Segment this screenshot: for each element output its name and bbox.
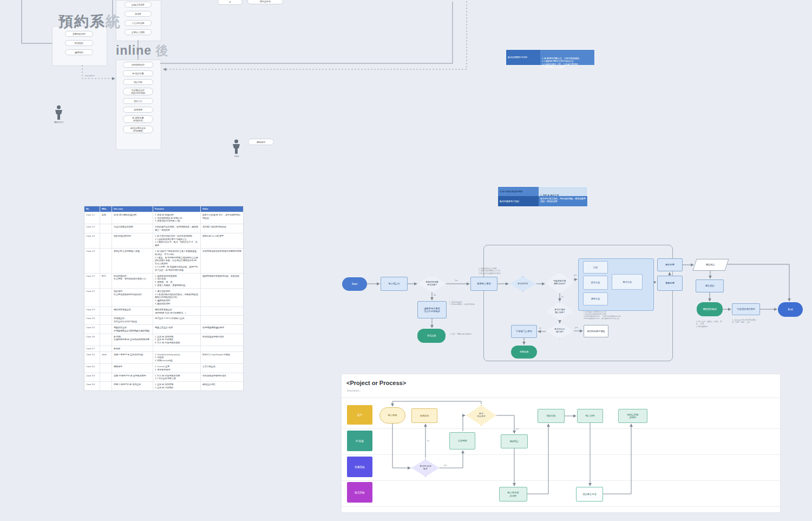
- cell-no: Case 2.2: [84, 289, 100, 307]
- usecase-pill[interactable]: 訂餐送入房間: [125, 29, 152, 35]
- swim-payment[interactable]: 預約付款: [538, 409, 565, 423]
- edge-label-yes: yes: [516, 428, 519, 430]
- top-pill-small[interactable]: 改: [218, 0, 243, 5]
- lane-label-customer[interactable]: 客戶: [347, 405, 372, 425]
- cell-value: 顧客不需到場 AI 幫忙，查首頁後即時詢問訊息。: [200, 212, 243, 224]
- flow-send-sms[interactable]: 傳送簡訊: [695, 259, 726, 270]
- cell-function: 優惠需求設計·檢群: [153, 325, 200, 334]
- usecase-pill[interactable]: 選擇房費: [123, 107, 153, 113]
- sticky-note-dialog-flow[interactable]: 飯店詢問開放式流程 1. AI 會優先判斷公告、大型活動關鍵訊1.1 讓顧客不斷…: [506, 50, 594, 65]
- swim-reservation-complete[interactable]: 預約建立完成: [576, 487, 603, 502]
- lane-label-hotel-system[interactable]: 飯店系統: [347, 482, 372, 503]
- swim-decision-db-match[interactable]: 是否符合DB 條件: [411, 459, 440, 477]
- swim-enter-basic-data[interactable]: 輸入基本預 約資料: [499, 487, 527, 502]
- flow-customer-input-needs[interactable]: 顧客輸入需求: [470, 277, 497, 291]
- cell-value: 確保設計彈性: [200, 382, 243, 390]
- swim-decision-match[interactable]: 是否 符合需求: [466, 405, 496, 426]
- cell-no: Case 3.3: [84, 373, 100, 382]
- counter-management-pill[interactable]: 櫃檯管理: [248, 139, 274, 145]
- flow-enter-booking-page[interactable]: 進入預訂頁: [381, 277, 408, 291]
- flow-start-node[interactable]: Start: [342, 277, 367, 291]
- cell-usecase: 申請以喜愛設定房型: [112, 224, 153, 233]
- flow-panel-announcement[interactable]: 公告: [583, 261, 608, 273]
- cell-who: 顧客: [100, 212, 112, 224]
- flow-decision-room-quantity[interactable]: 判斷房型可賣 量是否足夠?: [546, 272, 574, 294]
- swim-select-room[interactable]: 選擇房型: [411, 408, 437, 423]
- person-icon: [54, 105, 63, 120]
- flow-decision-inventory[interactable]: 是否有庫存: [509, 276, 536, 291]
- swim-announce-time[interactable]: 公告時間: [449, 432, 475, 450]
- usecase-pill[interactable]: 入住須知清單: [125, 20, 152, 26]
- swimlane-title: <Project or Process>: [346, 380, 406, 386]
- cell-who: [100, 307, 112, 316]
- lane-label-ai-agent[interactable]: AI 客服: [347, 431, 372, 451]
- cell-value: 企業控制請求: [200, 364, 243, 373]
- usecase-pill[interactable]: 編輯預約: [65, 49, 93, 55]
- usecase-pill[interactable]: 設備需求清單: [125, 2, 152, 8]
- flow-decision-requirement-clear[interactable]: 房型使用需圖 是否匹配?: [418, 275, 446, 292]
- lane-label-recommend-system[interactable]: 推薦系統: [347, 457, 372, 477]
- flow-panel-reconfirm[interactable]: 再次公告: [612, 274, 643, 290]
- usecase-pill[interactable]: 預訂失敗: [123, 79, 153, 85]
- swim-input-time[interactable]: 輸入時間: [379, 407, 405, 424]
- flow-final-reply[interactable]: 帳末回覆: [657, 258, 683, 271]
- cell-usecase: 調整 9 個用戶的 AI 系統設定: [112, 382, 153, 390]
- swimlane-description: Description...: [347, 389, 361, 392]
- note2-r1-title: 在 AI 尚無法辨識的問題: [498, 187, 539, 196]
- flow-guide-order-notify[interactable]: 引導後下訂通知: [511, 325, 537, 338]
- sticky-note-ai-questions[interactable]: 在 AI 尚無法辨識的問題 1. 房帳 AI 會幫忙跟2. 限清除應聯絡手法培訓…: [498, 187, 587, 206]
- usecase-pill[interactable]: 取消預約: [65, 40, 93, 46]
- cell-usecase: AI相關: [112, 346, 153, 351]
- table-row: Case 1.4 進階訂單需求回覆真人客服 1. AI 沒辦法了解顧客內容需真人…: [84, 248, 243, 273]
- person-icon: [232, 139, 241, 154]
- flow-panel-room-status[interactable]: 房況公告: [583, 276, 608, 290]
- table-row: Case 1.2 申請以喜愛設定房型 依喜好條件設定房型，使用期間選房，確認後建…: [84, 224, 243, 233]
- cell-usecase: 預約前後詢問流程: [112, 233, 153, 248]
- cell-usecase: 權限管理: [112, 364, 153, 373]
- usecase-pill-list-3: 檢視房型內容AI 預訂推薦預訂失敗外語翻譯設定 (預約流程相關)查詢入住選擇房費…: [118, 62, 158, 133]
- usecase-table[interactable]: No Who Use case Function Value Case 1.1 …: [84, 206, 244, 391]
- annotation-line: 2. 輸出確認pm: [696, 325, 730, 328]
- cell-no: Case 2.7: [84, 346, 100, 351]
- cell-no: Case 1.1: [84, 212, 100, 224]
- cell-usecase: 館內常態內容。 依需要量、管理與顧客的房連入住: [112, 273, 153, 288]
- whiteboard-canvas[interactable]: 預約系統 inline 後 查看預約內容取消預約編輯預約 設備需求清單查菜單入住…: [0, 0, 812, 521]
- flow-panel-system[interactable]: 系統公告: [583, 292, 608, 305]
- flow-decision-guide-booking[interactable]: 是否可以引 導訂房?: [546, 323, 574, 339]
- flow-send-confirmation[interactable]: 傳送預約確認: [697, 302, 723, 316]
- usecase-pill[interactable]: 查菜單: [125, 11, 152, 17]
- flow-prompt-more-info[interactable]: 請顧客補充需求 資訊不足再確認: [417, 301, 447, 318]
- flow-attach-image[interactable]: 提問時補圖片傳送: [584, 325, 608, 337]
- swim-confirm-booking[interactable]: 確認預訂: [501, 434, 528, 448]
- flow-process-end[interactable]: 流程結束: [511, 346, 537, 359]
- usecase-pill[interactable]: AI 房型推薦 (回答常見): [123, 115, 153, 123]
- flow-success-notification[interactable]: 寄送預約成功通知: [732, 303, 760, 315]
- usecase-pill[interactable]: AI對話優先設定 (防呆機制): [123, 126, 153, 133]
- flow-warning-message[interactable]: 警示訊息: [417, 329, 446, 343]
- flow-create-reservation[interactable]: 建立預約: [696, 279, 724, 292]
- cell-no: Case 3.1: [84, 352, 100, 363]
- top-pill-wide[interactable]: 通知設定頁: [247, 0, 283, 4]
- edge-label-no: no: [561, 296, 564, 298]
- cell-usecase: 權益表單更新設定: [112, 307, 153, 316]
- actor-guest[interactable]: [54, 105, 63, 120]
- table-body: Case 1.1 顧客 與 AI 房控機器對談詢問 1. 房客 AI 客服詢問 …: [84, 212, 243, 390]
- actor-pms[interactable]: [232, 139, 241, 154]
- usecase-pill-list-2: 設備需求清單查菜單入住須知清單訂餐送入房間: [118, 2, 158, 35]
- usecase-pill[interactable]: 外語翻譯設定 (預約流程相關): [123, 88, 153, 95]
- usecase-pill[interactable]: 查詢入住: [123, 98, 153, 104]
- swim-receive-confirmation[interactable]: 收到訂房確 認通知: [618, 409, 647, 423]
- edge-label-yes: yes: [574, 274, 577, 276]
- swim-enter-data[interactable]: 輸入資料: [577, 409, 603, 423]
- edge-label-no: no: [539, 327, 541, 329]
- cell-function: 1. License 設置 2. 基本帳號管理: [153, 364, 200, 373]
- usecase-pill[interactable]: AI 預訂推薦: [123, 70, 153, 76]
- col-header-who: Who: [100, 206, 112, 212]
- usecase-pill[interactable]: 查看預約內容: [65, 31, 93, 37]
- flow-aggregate-reply[interactable]: 彙整回覆: [657, 276, 683, 291]
- usecase-pill[interactable]: 檢視房型內容: [123, 62, 153, 68]
- col-header-usecase: Use case: [112, 206, 153, 212]
- flow-end-node[interactable]: End: [778, 302, 803, 317]
- annotation-panel: 1. 依序確認公告房價與本次公告2. 若結果需為房型組合輸入房量交互時間權限資料…: [584, 311, 651, 320]
- flow-decision-human-agent[interactable]: 是否引導轉 真人客服?: [546, 302, 574, 321]
